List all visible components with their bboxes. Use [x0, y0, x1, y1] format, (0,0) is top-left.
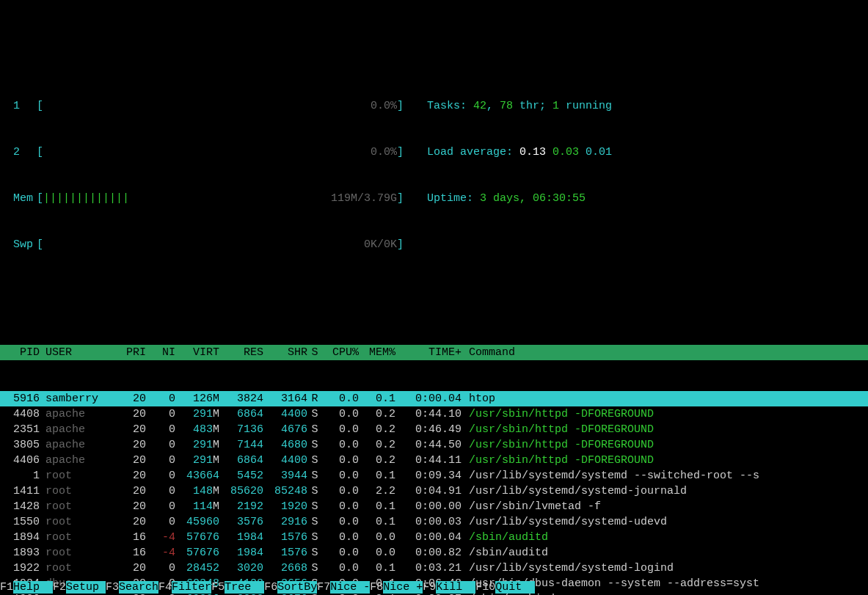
cpu2-bar: [0.0%] [37, 145, 404, 160]
function-key-bar[interactable]: F1Help F2Setup F3SearchF4FilterF5Tree F6… [0, 580, 535, 595]
uptime-line: Uptime: 3 days, 06:30:55 [404, 191, 586, 206]
process-list[interactable]: 5916samberry200126M38243164R0.00.10:00.0… [0, 391, 868, 595]
process-row[interactable]: 4408apache200291M68644400S0.00.20:44.10/… [0, 406, 868, 422]
hdr-ni[interactable]: NI [146, 345, 175, 360]
cpu1-bar: [0.0%] [37, 98, 404, 114]
load-line: Load average: 0.13 0.03 0.01 [404, 145, 612, 160]
mem-bar: [|||||||||||||119M/3.79G] [37, 191, 404, 206]
fkey-f9[interactable]: F9Kill [423, 580, 475, 595]
htop-header: 1 [0.0%] Tasks: 42, 78 thr; 1 running 2 … [0, 62, 868, 268]
swp-label: Swp [13, 237, 37, 252]
hdr-cmd[interactable]: Command [462, 345, 868, 360]
process-row[interactable]: 3805apache200291M71444680S0.00.20:44.50/… [0, 437, 868, 453]
fkey-f1[interactable]: F1Help [0, 580, 53, 595]
hdr-s[interactable]: S [307, 345, 322, 360]
process-row[interactable]: 1550root2004596035762916S0.00.10:00.03/u… [0, 514, 868, 530]
hdr-user[interactable]: USER [40, 345, 106, 360]
hdr-shr[interactable]: SHR [263, 345, 307, 360]
fkey-f5[interactable]: F5Tree [211, 580, 264, 595]
process-row[interactable]: 1894root16-45767619841576S0.00.00:00.04/… [0, 530, 868, 545]
cpu2-label: 2 [13, 145, 37, 160]
hdr-pid[interactable]: PID [0, 345, 40, 360]
process-row[interactable]: 5916samberry200126M38243164R0.00.10:00.0… [0, 391, 868, 406]
hdr-pri[interactable]: PRI [106, 345, 146, 360]
process-row[interactable]: 1411root200148M8562085248S0.02.20:04.91/… [0, 483, 868, 499]
fkey-f7[interactable]: F7Nice - [317, 580, 370, 595]
fkey-f6[interactable]: F6SortBy [264, 580, 317, 595]
process-row[interactable]: 4406apache200291M68644400S0.00.20:44.11/… [0, 453, 868, 468]
process-row[interactable]: 1root2004366454523944S0.00.10:09.34/usr/… [0, 468, 868, 483]
hdr-mem[interactable]: MEM% [359, 345, 395, 360]
hdr-cpu[interactable]: CPU% [322, 345, 359, 360]
hdr-virt[interactable]: VIRT [175, 345, 219, 360]
hdr-res[interactable]: RES [219, 345, 263, 360]
hdr-time[interactable]: TIME+ [395, 345, 462, 360]
fkey-f10[interactable]: F10Quit [475, 580, 535, 595]
fkey-f2[interactable]: F2Setup [53, 580, 106, 595]
process-row[interactable]: 1922root2002845230202668S0.00.10:03.21/u… [0, 561, 868, 576]
tasks-line: Tasks: 42, 78 thr; 1 running [404, 98, 612, 114]
cpu1-label: 1 [13, 98, 37, 114]
fkey-f8[interactable]: F8Nice + [370, 580, 423, 595]
process-row[interactable]: 1428root200114M21921920S0.00.10:00.00/us… [0, 499, 868, 514]
process-row[interactable]: 1893root16-45767619841576S0.00.00:00.82/… [0, 545, 868, 561]
fkey-f4[interactable]: F4Filter [158, 580, 211, 595]
fkey-f3[interactable]: F3Search [106, 580, 158, 595]
swp-bar: [0K/0K] [37, 237, 404, 252]
mem-label: Mem [13, 191, 37, 206]
column-headers[interactable]: PID USER PRI NI VIRT RES SHR S CPU% MEM%… [0, 345, 868, 360]
process-row[interactable]: 2351apache200483M71364676S0.00.20:46.49/… [0, 422, 868, 437]
